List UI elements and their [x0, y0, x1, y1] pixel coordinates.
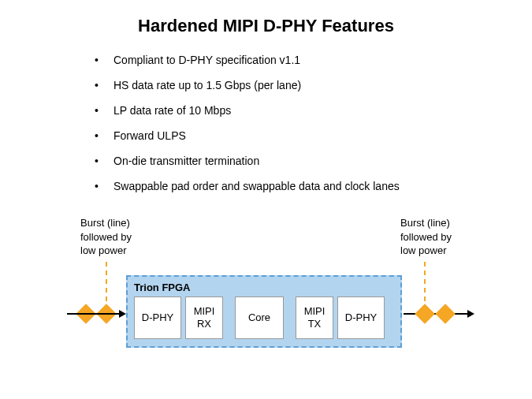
hex-icon: [415, 304, 434, 323]
burst-text: low power: [400, 244, 452, 258]
block-text: MIPI: [304, 305, 326, 317]
blocks-row: D-PHY MIPIRX Core MIPITX D-PHY: [134, 296, 394, 339]
feature-item: On-die transmitter termination: [95, 155, 508, 167]
signal-line-in: [67, 313, 122, 315]
burst-text: Burst (line): [80, 216, 132, 230]
block-core: Core: [235, 296, 284, 339]
feature-item: Compliant to D-PHY specification v1.1: [95, 54, 508, 66]
burst-text: low power: [80, 244, 132, 258]
diagram: Burst (line) followed by low power Burst…: [24, 216, 508, 358]
block-mipi-tx: MIPITX: [296, 296, 333, 339]
burst-text: Burst (line): [400, 216, 452, 230]
feature-item: LP data rate of 10 Mbps: [95, 104, 508, 117]
feature-item: HS data rate up to 1.5 Gbps (per lane): [95, 79, 508, 91]
block-text: MIPI: [194, 305, 215, 317]
feature-item: Swappable pad order and swappable data a…: [95, 180, 508, 192]
block-dphy-in: D-PHY: [134, 296, 181, 339]
feature-list: Compliant to D-PHY specification v1.1 HS…: [95, 54, 508, 192]
burst-text: followed by: [400, 230, 452, 244]
arrowhead-icon: [119, 310, 126, 318]
burst-label-left: Burst (line) followed by low power: [80, 216, 132, 258]
block-dphy-out: D-PHY: [337, 296, 385, 339]
block-text: TX: [308, 318, 322, 330]
dashed-connector-right: [424, 262, 426, 301]
burst-label-right: Burst (line) followed by low power: [400, 216, 452, 258]
arrowhead-icon: [467, 310, 474, 318]
block-text: RX: [197, 318, 211, 330]
dashed-connector-left: [106, 262, 107, 301]
page-title: Hardened MIPI D-PHY Features: [24, 16, 508, 36]
burst-text: followed by: [80, 230, 132, 244]
fpga-title: Trion FPGA: [134, 282, 394, 293]
fpga-box: Trion FPGA D-PHY MIPIRX Core MIPITX D-PH…: [126, 275, 402, 348]
block-mipi-rx: MIPIRX: [185, 296, 223, 339]
hex-icon: [435, 304, 455, 323]
feature-item: Forward ULPS: [95, 129, 508, 142]
